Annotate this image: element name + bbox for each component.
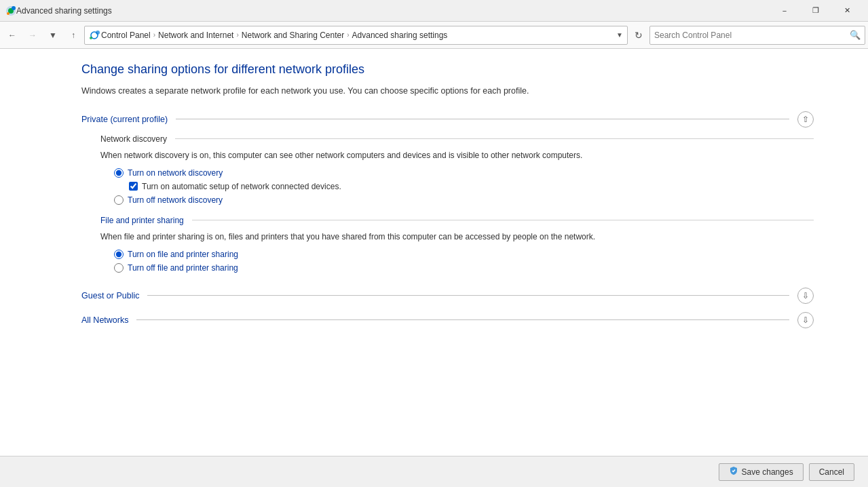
breadcrumb-sep-3: › [345, 31, 350, 39]
close-button[interactable]: ✕ [831, 0, 863, 22]
radio-turn-on-discovery[interactable] [114, 168, 124, 178]
addressbar: ← → ▼ ↑ Control Panel › Network and Inte… [0, 22, 868, 49]
forward-button[interactable]: → [23, 26, 42, 45]
option-turn-off-discovery[interactable]: Turn off network discovery [114, 195, 814, 205]
section-guest-line [147, 295, 789, 296]
titlebar: Advanced sharing settings − ❐ ✕ [0, 0, 868, 22]
window-title: Advanced sharing settings [16, 6, 769, 16]
subsection-discovery-description: When network discovery is on, this compu… [100, 149, 814, 161]
option-auto-setup[interactable]: Turn on automatic setup of network conne… [114, 182, 814, 191]
subsection-printer-description: When file and printer sharing is on, fil… [100, 231, 814, 243]
subsection-network-discovery: Network discovery When network discovery… [100, 134, 814, 205]
recent-locations-button[interactable]: ▼ [43, 26, 62, 45]
section-private-toggle[interactable]: ⇧ [797, 111, 814, 128]
breadcrumb-sep-1: › [152, 31, 157, 39]
page-description: Windows creates a separate network profi… [81, 85, 814, 98]
breadcrumb-network-internet[interactable]: Network and Internet [158, 31, 233, 40]
app-icon [5, 5, 16, 16]
breadcrumb-sep-2: › [235, 31, 240, 39]
svg-point-6 [90, 37, 92, 39]
subsection-discovery-line [175, 138, 814, 139]
restore-button[interactable]: ❐ [800, 0, 831, 22]
content-area: Change sharing options for different net… [0, 49, 868, 456]
search-submit-button[interactable]: 🔍 [850, 30, 861, 40]
option-turn-on-discovery[interactable]: Turn on network discovery [114, 168, 814, 178]
breadcrumb-control-panel[interactable]: Control Panel [101, 31, 151, 40]
page-title: Change sharing options for different net… [81, 62, 814, 77]
section-private-line [176, 119, 789, 119]
subsection-file-printer: File and printer sharing When file and p… [100, 216, 814, 273]
section-private-content: Network discovery When network discovery… [81, 128, 814, 279]
back-button[interactable]: ← [3, 26, 22, 45]
file-sharing-options: Turn on file and printer sharing Turn of… [100, 250, 814, 273]
section-guest-header: Guest or Public ⇩ [81, 288, 814, 304]
subsection-printer-title: File and printer sharing [100, 216, 184, 225]
option-turn-on-sharing[interactable]: Turn on file and printer sharing [114, 250, 814, 259]
option-turn-off-sharing[interactable]: Turn off file and printer sharing [114, 263, 814, 273]
subsection-discovery-header: Network discovery [100, 134, 814, 144]
section-all-networks-title: All Networks [81, 315, 128, 325]
save-changes-button[interactable]: Save changes [719, 463, 804, 481]
shield-icon [729, 466, 738, 478]
subsection-discovery-title: Network discovery [100, 134, 167, 144]
search-bar: 🔍 [649, 26, 865, 45]
subsection-printer-line [192, 220, 814, 220]
radio-turn-on-sharing[interactable] [114, 250, 124, 259]
main-content: Change sharing options for different net… [0, 49, 868, 487]
window-controls: − ❐ ✕ [769, 0, 863, 22]
section-all-networks-header: All Networks ⇩ [81, 312, 814, 328]
breadcrumb-network-sharing[interactable]: Network and Sharing Center [242, 31, 344, 40]
section-guest-title: Guest or Public [81, 291, 139, 300]
svg-point-2 [12, 6, 16, 10]
search-input[interactable] [654, 31, 850, 40]
checkbox-auto-setup[interactable] [129, 182, 138, 191]
footer: Save changes Cancel [0, 456, 868, 487]
section-guest-toggle[interactable]: ⇩ [797, 288, 814, 304]
svg-point-3 [7, 12, 10, 15]
breadcrumb-advanced-sharing[interactable]: Advanced sharing settings [352, 31, 448, 40]
minimize-button[interactable]: − [769, 0, 800, 22]
subsection-printer-header: File and printer sharing [100, 216, 814, 225]
section-all-networks-line [136, 319, 789, 320]
section-private-title: Private (current profile) [81, 115, 168, 124]
radio-turn-off-sharing[interactable] [114, 263, 124, 273]
breadcrumb-dropdown-button[interactable]: ▼ [616, 31, 623, 39]
refresh-button[interactable]: ↻ [629, 26, 648, 45]
cancel-button[interactable]: Cancel [809, 463, 854, 481]
section-private: Private (current profile) ⇧ Network disc… [81, 111, 814, 279]
breadcrumb-bar: Control Panel › Network and Internet › N… [84, 26, 628, 45]
up-button[interactable]: ↑ [64, 26, 83, 45]
network-discovery-options: Turn on network discovery Turn on automa… [100, 168, 814, 205]
section-all-networks-toggle[interactable]: ⇩ [797, 312, 814, 328]
section-private-header: Private (current profile) ⇧ [81, 111, 814, 128]
svg-point-5 [96, 31, 100, 35]
section-all-networks: All Networks ⇩ [81, 312, 814, 328]
radio-turn-off-discovery[interactable] [114, 195, 124, 205]
section-guest-public: Guest or Public ⇩ [81, 288, 814, 304]
network-icon [89, 30, 100, 41]
